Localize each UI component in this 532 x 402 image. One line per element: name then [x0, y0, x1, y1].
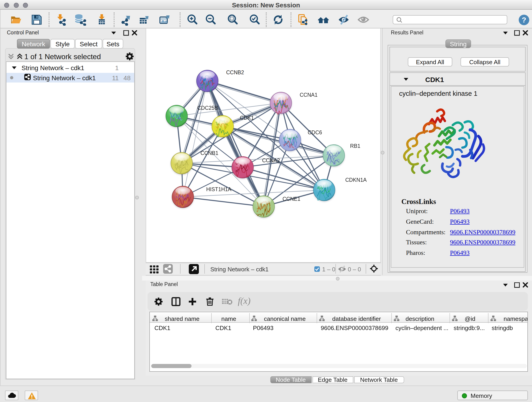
svg-text:CDC25B: CDC25B: [197, 105, 218, 111]
svg-text:CCNA1: CCNA1: [300, 92, 317, 98]
svg-text:CDK1: CDK1: [240, 115, 254, 121]
svg-text:CCNE1: CCNE1: [283, 196, 300, 202]
svg-text:CCNB1: CCNB1: [201, 150, 218, 156]
svg-text:CCNB2: CCNB2: [226, 70, 244, 75]
svg-text:CDKN1A: CDKN1A: [345, 177, 367, 183]
svg-text:HIST1H1A: HIST1H1A: [206, 186, 232, 192]
svg-text:CDC6: CDC6: [308, 129, 322, 135]
svg-text:CCNA2: CCNA2: [262, 157, 280, 163]
svg-text:RB1: RB1: [350, 143, 360, 149]
